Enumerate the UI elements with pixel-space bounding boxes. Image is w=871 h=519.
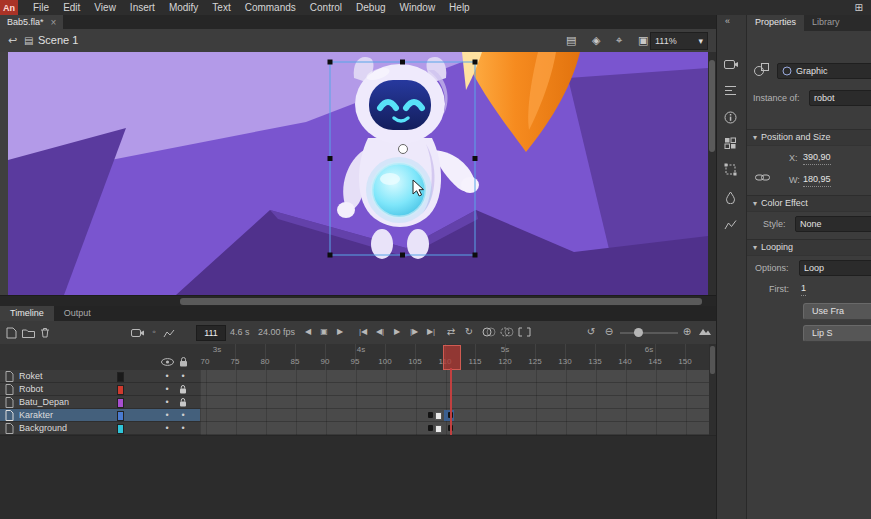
delete-layer-icon[interactable] (40, 327, 50, 338)
layer-visibility-dot[interactable]: • (161, 370, 173, 382)
menu-debug[interactable]: Debug (349, 0, 392, 15)
menu-commands[interactable]: Commands (238, 0, 303, 15)
lock-column-icon[interactable] (179, 356, 188, 367)
frame-area[interactable]: 3s 4s 5s 6s 70 75 80 85 90 95 100 105 11… (200, 344, 716, 435)
section-color-effect[interactable]: ▾Color Effect (747, 195, 871, 212)
visibility-column-icon[interactable] (161, 358, 174, 366)
first-frame-value[interactable]: 1 (801, 282, 806, 296)
stage-canvas[interactable] (0, 52, 716, 295)
layer-visibility-dot[interactable]: • (161, 383, 173, 395)
collapse-panels-icon[interactable]: « (725, 16, 730, 26)
layer-visibility-dot[interactable]: • (161, 409, 173, 421)
menu-control[interactable]: Control (303, 0, 349, 15)
loop-options-dropdown[interactable]: Loop (799, 260, 871, 276)
shift-keyframes-icon[interactable]: ⇄ (444, 321, 458, 343)
scene-breadcrumb[interactable]: Scene 1 (38, 29, 78, 52)
swatches-panel-icon[interactable] (724, 137, 737, 150)
fit-timeline-icon[interactable] (698, 327, 712, 336)
graph-editor-icon[interactable] (163, 328, 175, 338)
onion-skin-outlines-icon[interactable] (500, 327, 514, 337)
layer-row-batu-depan[interactable]: Batu_Depan • (0, 396, 200, 409)
layer-row-background[interactable]: Background • • (0, 422, 200, 435)
onion-skin-icon[interactable] (482, 327, 496, 337)
color-panel-icon[interactable] (724, 191, 737, 204)
step-forward-button[interactable]: |▶ (407, 321, 421, 343)
section-position-and-size[interactable]: ▾Position and Size (747, 129, 871, 146)
layer-color-chip[interactable] (117, 398, 124, 408)
timeline-zoom-out-icon[interactable]: ⊖ (602, 321, 616, 343)
scrollbar-thumb[interactable] (710, 346, 715, 374)
reset-timeline-zoom-icon[interactable]: ↺ (584, 321, 598, 343)
use-frame-picker-button[interactable]: Use Fra (803, 303, 871, 320)
align-panel-icon[interactable] (724, 85, 737, 96)
layer-row-robot[interactable]: Robot • (0, 383, 200, 396)
history-panel-icon[interactable] (724, 219, 737, 230)
section-looping[interactable]: ▾Looping (747, 239, 871, 256)
zoom-level-select[interactable]: 111% ▾ (650, 32, 708, 50)
swap-symbol-icon[interactable] (753, 61, 770, 78)
menu-file[interactable]: File (26, 0, 56, 15)
instance-name-field[interactable]: robot (809, 90, 871, 106)
frame-grid[interactable] (200, 370, 716, 435)
go-to-first-frame-button[interactable]: |◀ (356, 321, 370, 343)
scrollbar-thumb[interactable] (709, 60, 715, 152)
layer-row-karakter[interactable]: Karakter • • (0, 409, 200, 422)
layer-locked-icon[interactable] (179, 384, 187, 394)
layer-lock-dot[interactable]: • (177, 422, 189, 434)
keyframe-marker[interactable] (428, 425, 433, 431)
tab-library[interactable]: Library (804, 15, 848, 31)
layer-visibility-dot[interactable]: • (161, 422, 173, 434)
lip-syncing-button[interactable]: Lip S (803, 325, 871, 342)
frame-rate-field[interactable]: 24.00 fps (258, 321, 295, 344)
timeline-vertical-scrollbar[interactable] (709, 344, 716, 435)
layer-lock-dot[interactable]: • (177, 370, 189, 382)
menu-insert[interactable]: Insert (123, 0, 162, 15)
layer-color-chip[interactable] (117, 372, 124, 382)
layer-row-roket[interactable]: Roket • • (0, 370, 200, 383)
workspace-icon[interactable]: ⊞ (855, 2, 863, 13)
show-parenting-icon[interactable]: ◦ (149, 321, 159, 343)
menu-edit[interactable]: Edit (56, 0, 87, 15)
menu-window[interactable]: Window (393, 0, 443, 15)
edit-scene-icon[interactable]: ▤ (566, 29, 576, 52)
app-logo[interactable]: An (0, 0, 18, 15)
new-folder-icon[interactable] (22, 328, 35, 338)
scrollbar-thumb[interactable] (180, 298, 702, 305)
tab-properties[interactable]: Properties (747, 15, 804, 31)
play-button[interactable]: ▶ (390, 321, 404, 343)
style-dropdown[interactable]: None (795, 216, 871, 232)
layer-locked-icon[interactable] (179, 397, 187, 407)
keyframe-icon[interactable]: ▣ (318, 321, 330, 343)
back-arrow-icon[interactable]: ↩ (8, 29, 17, 52)
layer-color-chip[interactable] (117, 385, 124, 395)
current-frame-field[interactable]: 111 (196, 325, 226, 341)
layer-color-chip[interactable] (117, 411, 124, 421)
symbol-type-dropdown[interactable]: Graphic (777, 63, 871, 79)
timeline-zoom-in-icon[interactable]: ⊕ (680, 321, 694, 343)
camera-panel-icon[interactable] (724, 59, 739, 70)
playhead-handle[interactable] (443, 345, 461, 370)
menu-view[interactable]: View (87, 0, 123, 15)
camera-icon[interactable] (131, 328, 145, 338)
layer-color-chip[interactable] (117, 424, 124, 434)
center-stage-icon[interactable]: ⌖ (616, 29, 622, 52)
loop-playback-icon[interactable]: ↻ (462, 321, 476, 343)
stage-vertical-scrollbar[interactable] (708, 52, 716, 295)
go-to-last-frame-button[interactable]: ▶| (424, 321, 438, 343)
edit-symbols-icon[interactable]: ◈ (592, 29, 600, 52)
menu-text[interactable]: Text (205, 0, 237, 15)
timeline-zoom-slider[interactable] (620, 332, 678, 334)
close-tab-icon[interactable]: × (51, 17, 57, 28)
clip-content-icon[interactable]: ▣ (638, 29, 648, 52)
transform-panel-icon[interactable] (724, 163, 737, 176)
next-keyframe-icon[interactable]: ▶ (334, 321, 346, 343)
blank-keyframe-marker[interactable] (435, 412, 442, 420)
tab-timeline[interactable]: Timeline (0, 306, 54, 321)
keyframe-marker[interactable] (428, 412, 433, 418)
edit-multiple-frames-icon[interactable] (518, 327, 531, 337)
new-layer-icon[interactable] (5, 327, 17, 339)
step-back-button[interactable]: ◀| (373, 321, 387, 343)
link-width-height-icon[interactable] (755, 173, 770, 182)
layer-visibility-dot[interactable]: • (161, 396, 173, 408)
w-value[interactable]: 180,95 (803, 173, 831, 187)
